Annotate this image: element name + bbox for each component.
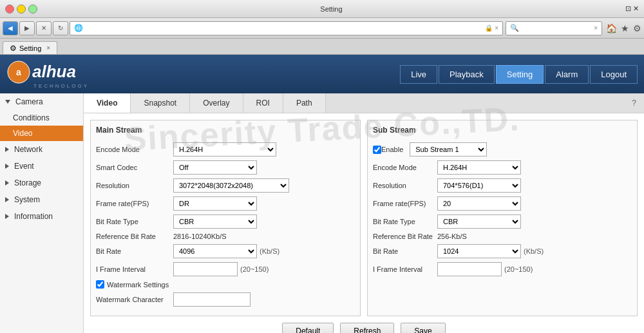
bit-rate-type-select[interactable]: CBR VBR	[173, 214, 257, 229]
main-stream-title: Main Stream	[96, 126, 355, 137]
sub-encode-mode-row: Encode Mode H.264H H.264 H.265	[373, 160, 632, 175]
sidebar-header-information[interactable]: Information	[0, 208, 83, 225]
encode-mode-select[interactable]: H.264H H.264 H.264B H.265 MJPEG	[173, 142, 276, 157]
browser-tab[interactable]: ⚙ Setting ×	[3, 41, 57, 54]
tab-roi[interactable]: ROI	[243, 93, 283, 113]
i-frame-interval-input[interactable]: 40	[173, 262, 238, 276]
sidebar-item-video[interactable]: Video	[0, 126, 83, 141]
bit-rate-select[interactable]: 4096 2048 1024	[173, 244, 257, 258]
sidebar-section-camera: Camera Conditions Video	[0, 93, 83, 141]
sub-frame-rate-row: Frame rate(FPS) 20 25 15 10	[373, 196, 632, 211]
sub-bit-rate-select[interactable]: 1024 512 256	[437, 244, 521, 258]
sub-bit-rate-type-select[interactable]: CBR VBR	[437, 214, 521, 229]
sub-stream-title: Sub Stream	[373, 126, 632, 137]
watermark-settings-checkbox[interactable]	[96, 280, 104, 289]
default-button[interactable]: Default	[282, 323, 334, 333]
sub-resolution-row: Resolution 704*576(D1) 352*288(CIF) 1920…	[373, 178, 632, 193]
sub-stream-enable-checkbox[interactable]	[373, 146, 381, 154]
frame-rate-select[interactable]: DR 25 20 15 10	[173, 196, 257, 211]
star-icon[interactable]: ★	[621, 23, 629, 33]
watermark-settings-label: Watermark Settings	[107, 281, 169, 289]
search-bar[interactable]: 🔍 Setting ×	[506, 21, 602, 35]
reference-bit-rate-row: Reference Bit Rate 2816-10240Kb/S	[96, 233, 355, 240]
tools-icon[interactable]: ⚙	[633, 23, 641, 33]
watermark-character-input[interactable]: DigitalCCTV	[173, 292, 251, 307]
sidebar-camera-label: Camera	[15, 97, 43, 106]
sub-stream-enable-label: Enable	[381, 146, 403, 153]
back-button[interactable]: ◀	[3, 21, 18, 35]
live-button[interactable]: Live	[400, 65, 437, 84]
svg-text:a: a	[16, 67, 21, 77]
sidebar-header-system[interactable]: System	[0, 191, 83, 208]
refresh-nav-button[interactable]: ↻	[53, 21, 68, 35]
sub-frame-rate-select[interactable]: 20 25 15 10	[437, 196, 521, 211]
tab-path[interactable]: Path	[283, 93, 326, 113]
dahua-icon: a	[6, 60, 31, 84]
search-close-icon[interactable]: ×	[594, 24, 598, 32]
sub-bit-rate-type-label: Bit Rate Type	[373, 218, 437, 225]
search-input[interactable]: Setting	[519, 24, 592, 32]
tab-overlay[interactable]: Overlay	[190, 93, 243, 113]
chevron-right-icon-network	[5, 147, 9, 152]
logout-button[interactable]: Logout	[590, 65, 638, 84]
setting-button[interactable]: Setting	[496, 65, 544, 84]
sub-encode-mode-select[interactable]: H.264H H.264 H.265	[437, 160, 521, 175]
sub-reference-bit-rate-label: Reference Bit Rate	[373, 233, 437, 240]
bottom-buttons: Default Refresh Save	[90, 316, 638, 333]
bit-rate-type-label: Bit Rate Type	[96, 218, 173, 225]
forward-button[interactable]: ▶	[19, 21, 35, 35]
chevron-right-icon-event	[5, 164, 9, 169]
sidebar-header-storage[interactable]: Storage	[0, 175, 83, 191]
watermark-character-label: Watermark Character	[96, 296, 173, 303]
stop-button[interactable]: ✕	[36, 21, 52, 35]
resolution-select[interactable]: 3072*2048(3072x2048) 1920*1080 1280*720	[173, 178, 289, 193]
tab-close-btn[interactable]: ×	[46, 44, 50, 52]
sidebar-header-camera[interactable]: Camera	[0, 93, 83, 110]
sidebar-header-event[interactable]: Event	[0, 158, 83, 175]
sidebar-header-network[interactable]: Network	[0, 141, 83, 158]
sidebar-event-label: Event	[14, 162, 34, 171]
chevron-right-icon-system	[5, 197, 9, 202]
search-icon: 🔍	[510, 24, 519, 32]
sub-bit-rate-label: Bit Rate	[373, 247, 437, 255]
i-frame-interval-label: I Frame Interval	[96, 265, 173, 273]
sidebar-section-network: Network	[0, 141, 83, 158]
sidebar-section-storage: Storage	[0, 175, 83, 191]
minimize-btn[interactable]	[17, 5, 26, 14]
sidebar-item-conditions[interactable]: Conditions	[0, 110, 83, 126]
chevron-right-icon-information	[5, 214, 9, 219]
encode-mode-row: Encode Mode H.264H H.264 H.264B H.265 MJ…	[96, 142, 355, 157]
sub-i-frame-interval-input[interactable]: 40	[437, 262, 502, 276]
alarm-button[interactable]: Alarm	[545, 65, 589, 84]
bit-rate-type-row: Bit Rate Type CBR VBR	[96, 214, 355, 229]
bit-rate-row: Bit Rate 4096 2048 1024 (Kb/S)	[96, 244, 355, 258]
tab-snapshot[interactable]: Snapshot	[131, 93, 190, 113]
address-bar[interactable]: 🌐 http://192.168.1.108/ 🔒 ×	[70, 21, 503, 35]
tab-video[interactable]: Video	[84, 93, 131, 113]
sub-stream-select[interactable]: Sub Stream 1 Sub Stream 2	[410, 142, 487, 157]
help-icon[interactable]: ?	[624, 93, 644, 113]
sidebar-network-label: Network	[14, 145, 43, 154]
address-input[interactable]: http://192.168.1.108/	[85, 24, 482, 32]
smart-codec-select[interactable]: Off On	[173, 160, 257, 175]
home-icon[interactable]: 🏠	[606, 23, 617, 33]
close-btn[interactable]	[5, 5, 14, 14]
save-button[interactable]: Save	[401, 323, 445, 333]
navigation-bar: ◀ ▶ ✕ ↻ 🌐 http://192.168.1.108/ 🔒 × 🔍 Se…	[0, 18, 644, 39]
bit-rate-unit: (Kb/S)	[260, 247, 279, 255]
sidebar-section-system: System	[0, 191, 83, 208]
sub-stream-enable-row: Enable Sub Stream 1 Sub Stream 2	[373, 142, 632, 157]
sidebar-section-information: Information	[0, 208, 83, 225]
sidebar-information-label: Information	[14, 212, 53, 221]
maximize-btn[interactable]	[28, 5, 37, 14]
browser-tab-title: Setting	[19, 44, 41, 52]
playback-button[interactable]: Playback	[439, 65, 495, 84]
sub-stream-section: Sub Stream Enable Sub Stream 1 Sub Strea…	[367, 120, 638, 316]
reference-bit-rate-value: 2816-10240Kb/S	[173, 233, 227, 240]
logo-text: alhua	[32, 62, 76, 82]
bit-rate-label: Bit Rate	[96, 247, 173, 255]
sub-bit-rate-type-row: Bit Rate Type CBR VBR	[373, 214, 632, 229]
sub-resolution-select[interactable]: 704*576(D1) 352*288(CIF) 1920*1080	[437, 178, 521, 193]
i-frame-interval-row: I Frame Interval 40 (20~150)	[96, 262, 355, 276]
refresh-button[interactable]: Refresh	[340, 323, 394, 333]
